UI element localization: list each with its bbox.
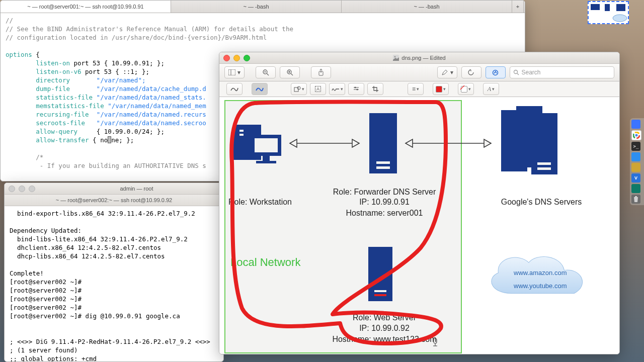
window-controls — [9, 186, 35, 192]
webserver-label-host: Hostname: www.test123.com — [319, 335, 450, 344]
canvas-area[interactable]: Role: Workstation Role: Forwarder DNS Se… — [219, 97, 619, 354]
title-bar[interactable]: dns.png — Edited — [219, 52, 619, 64]
zoom-button[interactable] — [244, 55, 250, 61]
terminal-tab-3[interactable]: ~ — -bash — [342, 1, 512, 13]
line-style-tool[interactable]: ≡▾ — [408, 83, 424, 95]
close-button[interactable] — [223, 55, 230, 61]
minimize-button[interactable] — [233, 55, 240, 61]
keyword: allow-transfer — [6, 136, 89, 144]
path: "/var/named/data/named_stats. — [93, 94, 206, 101]
draw-tool[interactable] — [252, 83, 268, 95]
val: { no — [89, 136, 108, 144]
sketch-tool[interactable] — [226, 83, 243, 95]
title-bar[interactable]: admin — root — [5, 183, 223, 195]
text-tool[interactable]: A — [310, 83, 326, 95]
comment-line: // configuration located in /usr/share/d… — [6, 34, 267, 41]
red-swatch — [436, 86, 442, 93]
finder-icon[interactable] — [631, 120, 640, 129]
minimize-button[interactable] — [19, 186, 25, 192]
crop-tool[interactable] — [367, 83, 383, 95]
path: "/var/named/data/named.recurs — [89, 111, 206, 118]
keyword: recursing-file — [6, 111, 89, 118]
macos-dock: >_ V — [630, 118, 644, 205]
keyword: directory — [6, 76, 70, 84]
markup-toggle[interactable] — [486, 66, 506, 78]
keyword: listen-on — [6, 59, 70, 67]
app-icon-1[interactable] — [631, 163, 640, 172]
svg-rect-30 — [239, 134, 244, 136]
signature-icon — [332, 86, 340, 92]
svg-rect-29 — [239, 130, 244, 132]
magnify-minus-icon — [263, 69, 269, 76]
svg-rect-6 — [228, 69, 235, 75]
val: port 53 { ::1; }; — [82, 68, 149, 75]
svg-point-27 — [357, 89, 358, 90]
search-placeholder: Search — [522, 69, 541, 76]
svg-rect-43 — [368, 247, 392, 301]
svg-rect-1 — [605, 4, 610, 11]
chevron-down-icon: ▾ — [417, 86, 419, 92]
terminal-subtab[interactable]: ~ — root@server002:~ — ssh root@10.99.0.… — [5, 195, 223, 206]
close-button[interactable] — [9, 186, 15, 192]
forwarder-label-ip: IP: 10.99.0.91 — [329, 198, 440, 207]
draw-icon — [256, 86, 264, 92]
fill-color-tool[interactable]: ▾ — [458, 83, 474, 95]
stroke-color-tool[interactable]: ▾ — [433, 83, 449, 95]
app-icon-2[interactable] — [631, 184, 640, 193]
terminal-tab-1[interactable]: ~ — root@server001:~ — ssh root@10.99.0.… — [1, 1, 171, 13]
screenshot-thumb[interactable] — [588, 1, 629, 24]
file-title: dns.png — Edited — [401, 55, 445, 61]
zoom-button[interactable] — [29, 186, 35, 192]
svg-marker-48 — [352, 139, 359, 147]
vscode-icon[interactable] — [631, 152, 640, 161]
workstation-label: Role: Workstation — [228, 198, 292, 207]
tab-label: ~ — -bash — [243, 4, 269, 10]
terminal-tab-2[interactable]: ~ — -bash — [171, 1, 342, 13]
share-button[interactable] — [311, 66, 331, 78]
sidebar-toggle[interactable]: ▾ — [224, 66, 245, 78]
svg-point-26 — [355, 87, 356, 88]
svg-line-19 — [517, 73, 519, 75]
chrome-icon[interactable] — [631, 130, 641, 140]
comment-line: - If you are building an AUTHORITATIVE D… — [6, 162, 206, 169]
svg-rect-34 — [256, 161, 276, 163]
subtab-label: ~ — root@server002:~ — ssh root@10.99.0.… — [56, 197, 172, 203]
svg-rect-35 — [369, 113, 397, 173]
svg-point-5 — [394, 56, 396, 58]
terminal-body[interactable]: bind-export-libs.x86_64 32:9.11.4-26.P2.… — [5, 206, 223, 362]
trash-icon[interactable] — [631, 195, 640, 204]
path: "/var/named/data/named.secroo — [85, 119, 206, 127]
text-style-tool[interactable]: A▾ — [483, 83, 499, 95]
chevron-down-icon: ▾ — [302, 86, 304, 92]
keyword: dump-file — [6, 85, 70, 93]
terminal-icon[interactable]: >_ — [631, 142, 640, 151]
terminal-window-server002[interactable]: admin — root ~ — root@server002:~ — ssh … — [4, 183, 224, 362]
rotate-button[interactable] — [461, 66, 481, 78]
sketch-icon — [230, 86, 238, 92]
webserver-label-ip: IP: 10.99.0.92 — [334, 324, 435, 333]
google-dns-label: Google's DNS Servers — [486, 198, 597, 207]
chevron-down-icon: ▾ — [468, 86, 471, 92]
zoom-in-button[interactable] — [280, 66, 300, 78]
svg-line-9 — [267, 73, 269, 75]
comment-line: // See the BIND Administrator's Referenc… — [6, 25, 293, 33]
preview-toolbar: ▾ ▾ Search — [219, 64, 619, 81]
adjust-color-tool[interactable] — [348, 83, 364, 95]
sign-tool[interactable]: ▾ — [329, 83, 345, 95]
virtualbox-icon[interactable]: V — [631, 173, 640, 183]
comment-line: // — [6, 17, 13, 24]
markup-icon — [492, 69, 499, 76]
preview-window[interactable]: dns.png — Edited ▾ ▾ Search ▾ A ▾ ≡▾ ▾ — [219, 52, 620, 354]
tab-label: ~ — root@server001:~ — ssh root@10.99.0.… — [27, 4, 143, 10]
forwarder-label-host: Hostname: server001 — [329, 209, 440, 218]
svg-marker-50 — [406, 139, 413, 147]
zoom-out-button[interactable] — [256, 66, 276, 78]
webserver-label-role: Role: Web Server — [334, 313, 435, 322]
search-field[interactable]: Search — [510, 66, 615, 78]
image-file-icon — [393, 55, 399, 61]
terminal-tab-add[interactable]: + — [512, 1, 524, 13]
val: ne; }; — [111, 136, 134, 144]
shapes-tool[interactable]: ▾ — [291, 83, 307, 95]
svg-point-18 — [514, 70, 517, 74]
highlight-button[interactable]: ▾ — [437, 66, 457, 78]
